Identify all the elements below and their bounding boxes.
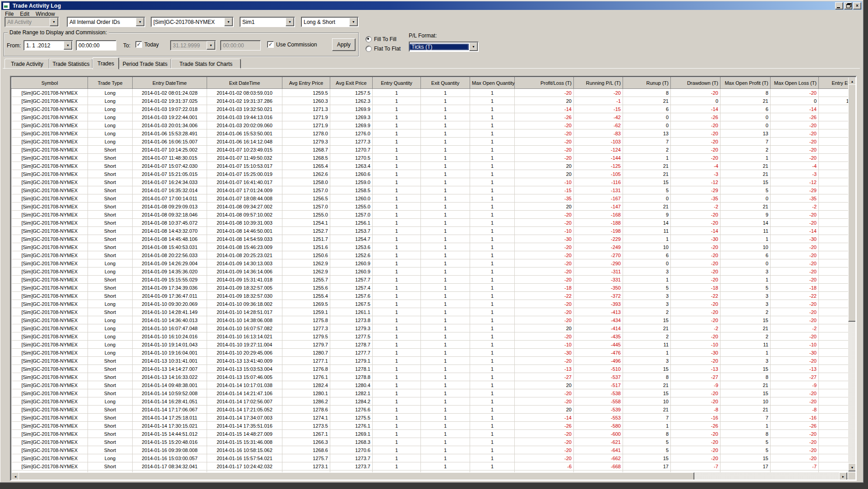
minimize-button[interactable] [835,2,843,9]
restore-button[interactable] [844,2,852,9]
table-row[interactable]: [Sim]GC-201708-NYMEXShort2014-01-13 10:3… [12,357,856,365]
column-header[interactable]: Drawdown (T) [671,78,720,89]
flat-to-flat-radio[interactable]: Flat To Flat [365,46,401,52]
tab-trades[interactable]: Trades [92,57,119,69]
table-row[interactable]: [Sim]GC-201708-NYMEXLong2014-01-09 14:35… [12,268,856,276]
table-row[interactable]: [Sim]GC-201708-NYMEXShort2014-01-07 15:0… [12,162,856,170]
horizontal-scrollbar[interactable]: ◄ ► [11,472,847,480]
table-row[interactable]: [Sim]GC-201708-NYMEXLong2014-01-06 15:53… [12,129,856,138]
column-header[interactable]: Avg Entry Price [282,78,330,89]
table-row[interactable]: [Sim]GC-201708-NYMEXShort2014-01-14 17:1… [12,406,856,414]
table-row[interactable]: [Sim]GC-201708-NYMEXShort2014-01-13 14:1… [12,373,856,381]
column-header[interactable]: Exit DateTime [207,78,282,89]
table-row[interactable]: [Sim]GC-201708-NYMEXLong2014-01-09 14:26… [12,259,856,268]
column-header[interactable]: Runup (T) [623,78,671,89]
tab-trade-stats-for-charts[interactable]: Trade Stats for Charts [171,59,241,69]
table-row[interactable]: [Sim]GC-201708-NYMEXShort2014-01-08 15:4… [12,243,856,251]
table-row[interactable]: [Sim]GC-201708-NYMEXLong2014-01-10 19:16… [12,349,856,357]
dropdown-arrow-icon[interactable]: ▼ [64,41,72,50]
table-row[interactable]: [Sim]GC-201708-NYMEXLong2014-01-02 19:31… [12,97,856,105]
from-time-field[interactable]: 00:00:00 [76,40,116,51]
check-icon[interactable]: ✓ [135,41,142,48]
account-combo[interactable]: Sim1 ▼ [240,17,295,27]
table-row[interactable]: [Sim]GC-201708-NYMEXShort2014-01-08 09:3… [12,211,856,219]
dropdown-arrow-icon[interactable]: ▼ [469,42,478,51]
column-header[interactable]: Max Open Loss (T) [771,78,819,89]
pl-format-combo[interactable]: Ticks (T) ▼ [409,42,479,52]
table-row[interactable]: [Sim]GC-201708-NYMEXShort2014-01-16 09:3… [12,446,856,454]
dropdown-arrow-icon[interactable]: ▼ [224,18,233,26]
column-header[interactable]: Symbol [12,78,88,89]
horizontal-scroll-thumb[interactable] [18,472,694,480]
table-header[interactable]: SymbolTrade TypeEntry DateTimeExit DateT… [12,78,856,89]
to-date-combo[interactable]: 31.12.9999 ▼ [170,40,216,51]
table-row[interactable]: [Sim]GC-201708-NYMEXLong2014-01-10 16:10… [12,332,856,341]
scroll-right-button[interactable]: ► [839,472,847,480]
tab-trade-activity[interactable]: Trade Activity [5,59,50,69]
today-checkbox[interactable]: ✓ Today [135,41,159,48]
scroll-down-button[interactable]: ▼ [848,463,855,471]
column-header[interactable]: Exit Quantity [421,78,470,89]
close-button[interactable]: × [853,2,861,9]
dropdown-arrow-icon[interactable]: ▼ [50,18,58,26]
dropdown-arrow-icon[interactable]: ▼ [207,41,215,50]
radio-on-icon[interactable] [365,36,372,42]
column-header[interactable]: Profit/Loss (T) [515,78,574,89]
order-ids-combo[interactable]: All Internal Order IDs ▼ [67,17,145,27]
activity-filter-combo[interactable]: All Activity ▼ [5,17,59,27]
table-row[interactable]: [Sim]GC-201708-NYMEXShort2014-01-08 14:4… [12,227,856,235]
table-row[interactable]: [Sim]GC-201708-NYMEXShort2014-01-14 10:5… [12,389,856,397]
radio-off-icon[interactable] [365,46,372,52]
table-row[interactable]: [Sim]GC-201708-NYMEXShort2014-01-13 14:1… [12,365,856,373]
column-header[interactable]: Entry DateTime [133,78,207,89]
table-row[interactable]: [Sim]GC-201708-NYMEXShort2014-01-14 17:2… [12,414,856,422]
tab-period-trade-stats[interactable]: Period Trade Stats [119,59,171,69]
table-row[interactable]: [Sim]GC-201708-NYMEXShort2014-01-08 20:2… [12,251,856,259]
table-row[interactable]: [Sim]GC-201708-NYMEXShort2014-01-08 09:2… [12,203,856,211]
dropdown-arrow-icon[interactable]: ▼ [286,18,294,26]
table-row[interactable]: [Sim]GC-201708-NYMEXLong2014-01-10 14:36… [12,316,856,324]
table-row[interactable]: [Sim]GC-201708-NYMEXLong2014-01-03 20:01… [12,121,856,129]
table-row[interactable]: [Sim]GC-201708-NYMEXLong2014-01-03 19:22… [12,113,856,121]
table-row[interactable]: [Sim]GC-201708-NYMEXLong2014-01-06 16:06… [12,138,856,146]
fill-to-fill-radio[interactable]: Fill To Fill [365,36,397,42]
column-header[interactable]: Running P/L (T) [574,78,623,89]
table-row[interactable]: [Sim]GC-201708-NYMEXShort2014-01-10 14:2… [12,308,856,316]
table-row[interactable]: [Sim]GC-201708-NYMEXShort2014-01-09 17:3… [12,284,856,292]
table-row[interactable]: [Sim]GC-201708-NYMEXLong2014-01-10 19:14… [12,341,856,349]
table-row[interactable]: [Sim]GC-201708-NYMEXShort2014-01-07 15:2… [12,170,856,178]
table-row[interactable]: [Sim]GC-201708-NYMEXLong2014-01-03 19:07… [12,105,856,113]
dropdown-arrow-icon[interactable]: ▼ [349,18,358,26]
column-header[interactable]: Entry Quantity [373,78,421,89]
table-row[interactable]: [Sim]GC-201708-NYMEXShort2014-01-07 10:1… [12,146,856,154]
table-row[interactable]: [Sim]GC-201708-NYMEXShort2014-01-08 14:4… [12,235,856,243]
table-row[interactable]: [Sim]GC-201708-NYMEXShort2014-01-15 15:2… [12,438,856,446]
symbol-combo[interactable]: [Sim]GC-201708-NYMEX ▼ [151,17,234,27]
direction-combo[interactable]: Long & Short ▼ [301,17,359,27]
table-row[interactable]: [Sim]GC-201708-NYMEXLong2014-01-02 08:01… [12,89,856,97]
table-row[interactable]: [Sim]GC-201708-NYMEXLong2014-01-10 09:30… [12,300,856,308]
column-header[interactable]: Max Open Quantity [470,78,515,89]
title-bar[interactable]: Trade Activity Log × [1,1,862,10]
column-header[interactable]: Trade Type [88,78,133,89]
table-row[interactable]: [Sim]GC-201708-NYMEXShort2014-01-08 10:3… [12,219,856,227]
vertical-scrollbar[interactable]: ▲ ▼ [848,77,855,471]
table-row[interactable]: [Sim]GC-201708-NYMEXShort2014-01-07 16:3… [12,186,856,194]
table-row[interactable]: [Sim]GC-201708-NYMEXShort2014-01-07 11:4… [12,154,856,162]
table-row[interactable]: [Sim]GC-201708-NYMEXLong2014-01-16 15:03… [12,454,856,462]
from-date-combo[interactable]: 1. 1 .2012 ▼ [23,40,73,51]
column-header[interactable]: Avg Exit Price [330,78,373,89]
table-row[interactable]: [Sim]GC-201708-NYMEXShort2014-01-09 15:1… [12,276,856,284]
table-row[interactable]: [Sim]GC-201708-NYMEXShort2014-01-14 17:3… [12,422,856,430]
table-row[interactable]: [Sim]GC-201708-NYMEXShort2014-01-07 16:2… [12,178,856,186]
dropdown-arrow-icon[interactable]: ▼ [136,18,144,26]
check-icon[interactable]: ✓ [267,41,274,48]
table-row[interactable]: [Sim]GC-201708-NYMEXShort2014-01-15 14:4… [12,430,856,438]
apply-button[interactable]: Apply [332,38,356,51]
vertical-scroll-thumb[interactable] [848,84,855,322]
table-row[interactable]: [Sim]GC-201708-NYMEXShort2014-01-09 17:3… [12,292,856,300]
table-row[interactable]: [Sim]GC-201708-NYMEXShort2014-01-07 17:0… [12,194,856,203]
column-header[interactable]: Max Open Profit (T) [720,78,771,89]
table-row[interactable]: [Sim]GC-201708-NYMEXShort2014-01-17 08:3… [12,462,856,471]
use-commission-checkbox[interactable]: ✓ Use Commission [267,41,317,48]
